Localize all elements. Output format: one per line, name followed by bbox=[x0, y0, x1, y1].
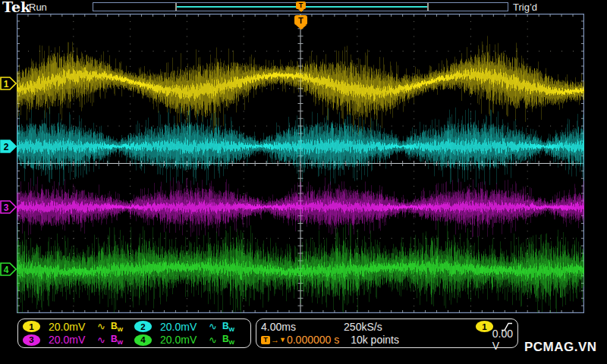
oscilloscope-screen: Tek Run T Trig’d T 1 2 3 4 bbox=[0, 0, 607, 364]
channel-4-scale: 20.0mV bbox=[160, 334, 207, 346]
ac-coupling-icon: ∿ bbox=[97, 321, 105, 332]
channel-1-badge[interactable]: 1 bbox=[23, 321, 40, 332]
channel-2-readout[interactable]: 2 20.0mV ∿ BW bbox=[134, 321, 246, 333]
trigger-status: Trig’d bbox=[513, 2, 537, 13]
channel-1-scale: 20.0mV bbox=[49, 321, 96, 333]
channel-4-marker-label: 4 bbox=[4, 265, 9, 275]
channel-1-marker-label: 1 bbox=[4, 79, 9, 89]
expansion-bracket-right[interactable] bbox=[427, 3, 429, 11]
channel-1-position-marker[interactable]: 1 bbox=[0, 76, 17, 91]
record-length: 10k points bbox=[351, 334, 399, 346]
channel-4-position-marker[interactable]: 4 bbox=[0, 262, 17, 277]
channel-4-readout[interactable]: 4 20.0mV ∿ BW bbox=[134, 334, 246, 346]
channel-readout-box: 1 20.0mV ∿ BW 2 20.0mV ∿ BW 3 20.0mV ∿ B… bbox=[17, 318, 251, 348]
record-length-readout: 10k points bbox=[351, 334, 436, 346]
channel-2-marker-label: 2 bbox=[4, 142, 9, 152]
record-view-bar[interactable]: T bbox=[93, 2, 508, 11]
channel-4-badge[interactable]: 4 bbox=[134, 334, 152, 346]
bandwidth-limit-icon: BW bbox=[222, 321, 234, 333]
channel-3-readout[interactable]: 3 20.0mV ∿ BW bbox=[23, 334, 134, 346]
channel-1-readout[interactable]: 1 20.0mV ∿ BW bbox=[23, 321, 134, 333]
waveform-canvas bbox=[17, 14, 584, 313]
trigger-t-icon: T bbox=[296, 2, 306, 9]
trigger-t-icon: T bbox=[294, 15, 307, 25]
trigger-position-marker-record[interactable]: T bbox=[296, 2, 306, 12]
arrow-down-icon: ▼ bbox=[279, 337, 286, 344]
channel-3-position-marker[interactable]: 3 bbox=[0, 199, 17, 215]
channel-3-badge[interactable]: 3 bbox=[23, 334, 40, 346]
trigger-position-value: 0.000000 s bbox=[287, 334, 339, 346]
channel-3-marker-label: 3 bbox=[4, 202, 9, 213]
channel-2-scale: 20.0mV bbox=[160, 321, 207, 333]
trigger-level-value: 0.00 V bbox=[492, 328, 513, 352]
horizontal-scale: 4.00ms bbox=[261, 321, 296, 333]
channel-2-badge[interactable]: 2 bbox=[134, 321, 152, 332]
watermark: PCMAG.VN bbox=[524, 340, 597, 355]
sample-rate-readout: 250kS/s bbox=[344, 321, 423, 333]
tek-logo: Tek bbox=[2, 0, 30, 15]
trigger-level-readout[interactable]: 0.00 V bbox=[436, 328, 513, 352]
ac-coupling-icon: ∿ bbox=[209, 321, 217, 332]
ac-coupling-icon: ∿ bbox=[209, 334, 217, 346]
trigger-arrow-down-icon bbox=[298, 9, 304, 12]
horizontal-scale-readout[interactable]: 4.00ms bbox=[261, 321, 344, 333]
sample-rate: 250kS/s bbox=[344, 321, 382, 333]
trigger-position-flag[interactable]: T bbox=[294, 15, 307, 30]
channel-2-position-marker[interactable]: 2 bbox=[0, 139, 17, 154]
horizontal-trigger-readout-box: 4.00ms 250kS/s 1 T → ▼ 0.000000 s 10k po… bbox=[256, 318, 518, 348]
bandwidth-limit-icon: BW bbox=[111, 334, 123, 346]
bandwidth-limit-icon: BW bbox=[111, 321, 123, 333]
arrow-right-icon: → bbox=[271, 336, 279, 344]
acquisition-status: Run bbox=[29, 2, 47, 13]
trigger-arrow-down-icon bbox=[296, 25, 307, 30]
channel-3-scale: 20.0mV bbox=[49, 334, 96, 346]
bandwidth-limit-icon: BW bbox=[222, 334, 234, 346]
ac-coupling-icon: ∿ bbox=[97, 334, 105, 346]
trigger-t-icon: T bbox=[261, 336, 270, 344]
trigger-position-readout[interactable]: T → ▼ 0.000000 s bbox=[261, 334, 351, 346]
